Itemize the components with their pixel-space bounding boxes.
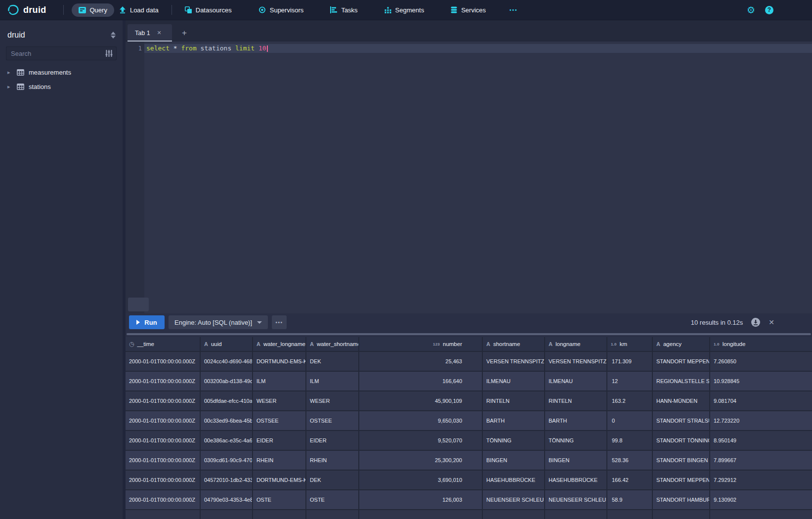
table-cell[interactable]: 99.8 [607, 431, 653, 451]
table-cell[interactable]: 9,520,070 [359, 431, 483, 451]
table-cell[interactable]: 12.723220 [710, 411, 812, 431]
table-cell[interactable]: 2000-01-01T00:00:00.000Z [126, 471, 201, 490]
table-cell[interactable] [710, 510, 812, 519]
table-cell[interactable]: STANDORT TÖNNING [653, 431, 710, 451]
table-cell[interactable]: 04790e03-4353-4e80-be [201, 490, 253, 510]
druid-brand[interactable]: druid [7, 3, 46, 16]
table-cell[interactable]: BARTH [483, 411, 545, 431]
table-cell[interactable]: NEUENSEER SCHLEUSEN [545, 490, 607, 510]
table-cell[interactable]: 7.260850 [710, 352, 812, 372]
table-cell[interactable]: 58.9 [607, 490, 653, 510]
column-header-shortname[interactable]: Ashortname [483, 337, 545, 352]
table-cell[interactable]: 0309cd61-90c9-470e-99 [201, 451, 253, 471]
column-header-longitude[interactable]: 1.0longitude [710, 337, 812, 352]
help-icon[interactable]: ? [765, 6, 773, 14]
table-cell[interactable]: OSTE [253, 490, 306, 510]
column-header-number[interactable]: 123number [359, 337, 483, 352]
table-cell[interactable]: ILM [253, 372, 306, 391]
table-cell[interactable]: STANDORT MEPPEN [653, 352, 710, 372]
sidebar-table-measurements[interactable]: ▸ measurements [0, 65, 123, 80]
table-cell[interactable] [545, 510, 607, 519]
table-cell[interactable]: 171.309 [607, 352, 653, 372]
filter-sliders-icon[interactable] [105, 50, 113, 57]
table-cell[interactable]: RHEIN [253, 451, 306, 471]
table-cell[interactable]: BINGEN [545, 451, 607, 471]
table-cell[interactable]: 00c33ed9-6bea-45b4-87 [201, 411, 253, 431]
sidebar-table-stations[interactable]: ▸ stations [0, 80, 123, 94]
table-cell[interactable]: 2000-01-01T00:00:00.000Z [126, 431, 201, 451]
column-header-water_longname[interactable]: Awater_longname [253, 337, 306, 352]
table-cell[interactable]: 0024cc40-d690-468d-84 [201, 352, 253, 372]
table-cell[interactable]: 9.081704 [710, 391, 812, 411]
table-cell[interactable]: NEUENSEER SCHLEUSEN [483, 490, 545, 510]
table-cell[interactable]: 2000-01-01T00:00:00.000Z [126, 490, 201, 510]
double-caret-vertical-icon[interactable] [111, 32, 116, 39]
engine-select-button[interactable]: Engine: Auto [SQL (native)] [169, 315, 268, 329]
chevron-right-icon[interactable]: ▸ [7, 69, 12, 76]
nav-item-tasks[interactable]: Tasks [325, 3, 362, 17]
tab-close-icon[interactable]: ✕ [155, 29, 164, 37]
table-cell[interactable]: TÖNNING [545, 431, 607, 451]
table-cell[interactable]: 2000-01-01T00:00:00.000Z [126, 372, 201, 391]
table-cell[interactable]: HANN-MÜNDEN [653, 391, 710, 411]
table-cell[interactable]: 166.42 [607, 471, 653, 490]
table-cell[interactable]: 163.2 [607, 391, 653, 411]
nav-item-load-data[interactable]: Load data [114, 3, 164, 17]
table-cell[interactable]: 12 [607, 372, 653, 391]
table-cell[interactable]: VERSEN TRENNSPITZE [483, 352, 545, 372]
table-cell[interactable]: 3,690,010 [359, 471, 483, 490]
table-cell[interactable]: 8.950149 [710, 431, 812, 451]
table-cell[interactable]: OSTSEE [306, 411, 359, 431]
column-header-longname[interactable]: Alongname [545, 337, 607, 352]
results-splitter-handle[interactable] [127, 333, 811, 335]
table-cell[interactable]: ILMENAU [545, 372, 607, 391]
table-cell[interactable]: VERSEN TRENNSPITZE [545, 352, 607, 372]
table-cell[interactable] [483, 510, 545, 519]
column-header-agency[interactable]: Aagency [653, 337, 710, 352]
table-cell[interactable]: RHEIN [306, 451, 359, 471]
table-cell[interactable]: OSTE [306, 490, 359, 510]
table-cell[interactable] [306, 510, 359, 519]
editor-scrollbar-thumb[interactable] [128, 298, 149, 311]
sql-editor[interactable]: 1 select * from stations limit 10 [126, 42, 812, 313]
table-cell[interactable] [201, 510, 253, 519]
table-cell[interactable]: BINGEN [483, 451, 545, 471]
table-cell[interactable]: EIDER [306, 431, 359, 451]
table-cell[interactable]: 126,003 [359, 490, 483, 510]
table-cell[interactable]: 04572010-1db2-4338-85 [201, 471, 253, 490]
nav-item-query[interactable]: Query [72, 3, 114, 17]
table-cell[interactable]: REGIONALSTELLE SUHL [653, 372, 710, 391]
table-cell[interactable] [126, 510, 201, 519]
run-button[interactable]: Run [129, 315, 165, 329]
table-cell[interactable]: ILMENAU [483, 372, 545, 391]
table-cell[interactable]: DORTMUND-EMS-KANA [253, 352, 306, 372]
table-cell[interactable]: 9.130902 [710, 490, 812, 510]
nav-more-button[interactable]: ••• [508, 7, 520, 13]
column-header-__time[interactable]: ◷__time [126, 337, 201, 352]
table-cell[interactable]: DEK [306, 352, 359, 372]
add-tab-button[interactable]: + [178, 24, 191, 42]
search-input[interactable] [11, 50, 105, 57]
table-cell[interactable]: BARTH [545, 411, 607, 431]
table-cell[interactable]: RINTELN [545, 391, 607, 411]
column-header-km[interactable]: 1.0km [607, 337, 653, 352]
table-cell[interactable]: HASEHUBBRÜCKE [545, 471, 607, 490]
table-cell[interactable]: 0 [607, 411, 653, 431]
table-cell[interactable]: 166,640 [359, 372, 483, 391]
table-cell[interactable] [607, 510, 653, 519]
table-cell[interactable]: 7.899667 [710, 451, 812, 471]
table-cell[interactable]: RINTELN [483, 391, 545, 411]
nav-item-services[interactable]: Services [446, 3, 491, 17]
table-cell[interactable]: 00e386ac-e35c-4a6e-80 [201, 431, 253, 451]
table-cell[interactable] [653, 510, 710, 519]
query-more-button[interactable]: ••• [272, 315, 287, 329]
table-cell[interactable]: 528.36 [607, 451, 653, 471]
table-cell[interactable]: WESER [253, 391, 306, 411]
table-cell[interactable]: 25,300,200 [359, 451, 483, 471]
settings-gear-icon[interactable]: ⚙ [747, 5, 755, 15]
table-cell[interactable]: TÖNNING [483, 431, 545, 451]
table-cell[interactable]: STANDORT HAMBURG [653, 490, 710, 510]
nav-item-supervisors[interactable]: Supervisors [254, 3, 309, 17]
table-cell[interactable]: STANDORT MEPPEN [653, 471, 710, 490]
table-cell[interactable]: 003200ab-d138-49d9-aa [201, 372, 253, 391]
